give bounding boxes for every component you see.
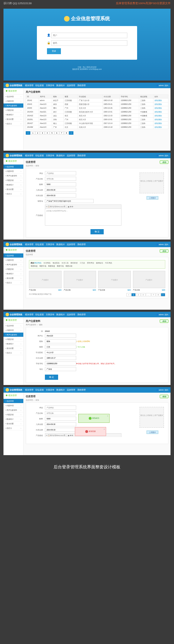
nav-item[interactable]: 文章发布 (46, 84, 54, 87)
nav-item[interactable]: 流放管理 (67, 243, 75, 246)
nav-item[interactable]: 文章发布 (46, 154, 54, 157)
name-input[interactable] (45, 177, 76, 181)
sidebar-item[interactable]: ▪ 问题管理› (3, 99, 23, 103)
close-icon[interactable]: × (107, 415, 108, 417)
close-icon[interactable]: × (104, 428, 105, 430)
category-item[interactable]: 食品药品 (53, 262, 60, 264)
page-button[interactable]: 7 (151, 293, 156, 296)
nav-item[interactable]: 系统管理 (77, 243, 86, 246)
username-input[interactable] (51, 33, 127, 38)
login-button[interactable]: 登录 (47, 48, 61, 54)
page-button[interactable]: 7 (60, 131, 64, 135)
nav-item[interactable]: 文章发布 (46, 313, 54, 316)
sidebar-item[interactable]: ▪ 信息管理› (3, 324, 23, 328)
page-button[interactable]: < (26, 131, 30, 135)
nav-item[interactable]: 数据统计 (56, 154, 65, 157)
upload-button[interactable]: 上传图片 (147, 196, 158, 200)
product-card[interactable]: 产品图片产品名称编辑 (133, 271, 166, 291)
nav-item[interactable]: 职位设置 (35, 154, 44, 157)
sidebar-item[interactable]: ▪ 数据统计› (3, 417, 23, 421)
editor-body[interactable]: 从此输入内容(500字以内)… (45, 208, 121, 226)
nav-item[interactable]: 职位设置 (35, 84, 44, 87)
nav-item[interactable]: 职位设置 (35, 388, 44, 392)
page-button[interactable]: < (126, 293, 131, 296)
page-button[interactable]: 1 (131, 293, 136, 296)
username-input[interactable] (45, 334, 76, 338)
sidebar-item[interactable]: ▪ 信息管理› (3, 94, 23, 99)
sidebar-item[interactable]: ▪ 数据统计› (3, 183, 23, 187)
sidebar-item[interactable]: ▪ 用户注册资料› (3, 408, 23, 412)
category-item[interactable]: 服饰鞋包 (96, 262, 103, 264)
page-button[interactable]: 6 (55, 131, 59, 135)
product-card[interactable]: 产品图片产品名称编辑 (98, 271, 131, 291)
sidebar-item[interactable]: ▪ 自定义› (3, 122, 23, 126)
nav-item[interactable]: 系统管理 (77, 313, 86, 316)
sidebar-item[interactable]: ▪ 信息管理› (3, 253, 23, 258)
category-item[interactable]: 生活用品 (44, 262, 50, 264)
sidebar-item[interactable]: ▪ 信息管理› (3, 165, 23, 169)
tel-input[interactable] (45, 361, 76, 366)
page-button[interactable]: 8 (156, 293, 160, 296)
category-item[interactable]: 生活工具 (62, 262, 69, 264)
sidebar-item[interactable]: ▪ 用户注册资料› (3, 262, 23, 267)
subcategory-item[interactable]: 母婴专场 (39, 265, 46, 267)
nick-input[interactable] (45, 339, 76, 343)
page-button[interactable]: 2 (136, 293, 141, 296)
upload-button[interactable]: 上传图片 (147, 430, 158, 434)
nav-item[interactable]: 文章发布 (46, 243, 54, 246)
add-button[interactable]: +添加 (160, 395, 168, 398)
nav-item[interactable]: 流放管理 (67, 388, 75, 392)
submit-button[interactable]: 确 定 (90, 229, 104, 234)
sidebar-item[interactable]: ▪ 用户注册资料› (3, 333, 23, 337)
nav-item[interactable]: 职位设置 (35, 313, 44, 316)
add-button[interactable]: +添加 (160, 160, 168, 164)
origin-input[interactable] (45, 345, 76, 349)
sidebar-item[interactable]: ▪ 自定义› (3, 351, 23, 355)
nav-item[interactable]: 流放管理 (67, 84, 75, 87)
product-card[interactable]: 产品图片产品名称编辑 (64, 271, 96, 291)
page-button[interactable]: … (146, 293, 151, 296)
school-input[interactable] (45, 350, 76, 354)
add-button[interactable]: +添加 (160, 249, 168, 253)
category-item[interactable]: 汽车用品 (105, 262, 112, 264)
sidebar-item[interactable]: ▪ 问题管理› (3, 328, 23, 333)
sidebar-item[interactable]: ▪ 自定义› (3, 426, 23, 430)
password-input[interactable] (51, 40, 127, 46)
editor-toolbar[interactable]: ✂ 📋 B I U S A ▾ ≡ ≡ ≡ ☰ ⬚ ◉ ⊞ ⚙ (45, 204, 121, 208)
page-button[interactable]: > (161, 293, 165, 296)
sidebar-item[interactable]: ▪ 用户注册资料› (3, 174, 23, 178)
nav-item[interactable]: 系统管理 (77, 84, 86, 87)
nav-item[interactable]: 模块管理 (25, 313, 33, 316)
sidebar-item[interactable]: ▪ 数据统计› (3, 112, 23, 117)
page-button[interactable]: 8 (64, 131, 69, 135)
page-button[interactable]: 1 (31, 131, 35, 135)
subcategory-item[interactable]: 母婴频道 (31, 265, 38, 267)
sidebar-item[interactable]: ▪ 安全设置› (3, 421, 23, 426)
sidebar-item[interactable]: ▪ 安全设置› (3, 346, 23, 351)
page-button[interactable]: 2 (35, 131, 40, 135)
sidebar-item[interactable]: ▪ 问题反馈› (3, 267, 23, 271)
sidebar-item[interactable]: ▪ 问题反馈› (3, 337, 23, 342)
page-button[interactable]: 3 (40, 131, 45, 135)
category-item[interactable]: 工艺品 (80, 262, 85, 264)
page-button[interactable]: 3 (141, 293, 145, 296)
sidebar-item[interactable]: ▪ 问题反馈› (3, 178, 23, 183)
date-in-input[interactable] (45, 188, 76, 192)
sidebar-item[interactable]: ▪ 问题反馈› (3, 412, 23, 417)
sidebar-item[interactable]: ▪ 安全设置› (3, 276, 23, 281)
nav-item[interactable]: 流放管理 (67, 313, 75, 316)
subcategory-item[interactable]: 母婴频道 (48, 265, 55, 267)
nav-item[interactable]: 数据统计 (56, 388, 65, 392)
nav-item[interactable]: 数据统计 (56, 84, 65, 87)
subcategory-item[interactable]: 母婴试验 (65, 265, 72, 267)
sidebar-item[interactable]: ▪ 问题管理› (3, 169, 23, 174)
product-card[interactable]: 产品图片产品名称编辑 (29, 271, 62, 291)
nav-item[interactable]: 文章发布 (46, 388, 54, 392)
user-info[interactable]: 👤 admin | 退出 (156, 84, 168, 86)
sidebar-item[interactable]: ▪ 自定义› (3, 192, 23, 196)
sidebar-item[interactable]: ▪ 问题管理› (3, 258, 23, 262)
nav-item[interactable]: 流放管理 (67, 154, 75, 157)
page-button[interactable]: 5 (50, 131, 54, 135)
sidebar-item[interactable]: ▪ 安全设置› (3, 187, 23, 192)
sidebar-item[interactable]: ▪ 数据统计› (3, 342, 23, 346)
